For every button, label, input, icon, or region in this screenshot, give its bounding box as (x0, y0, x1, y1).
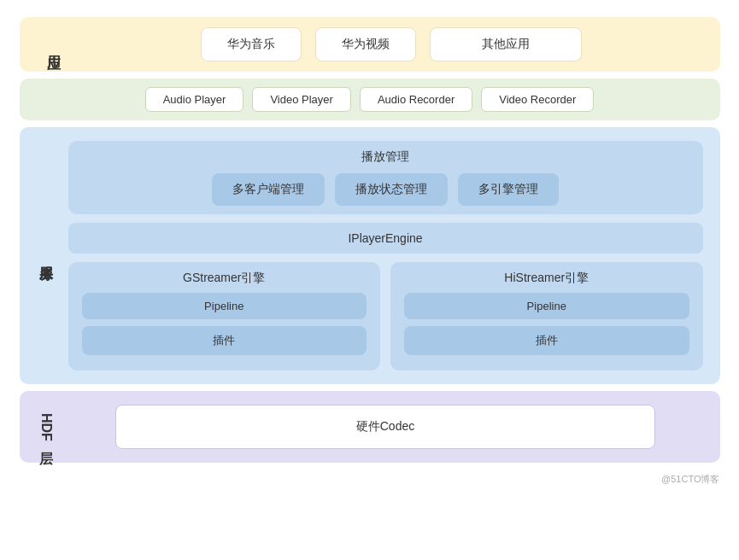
play-management: 播放管理 多客户端管理 播放状态管理 多引擎管理 (68, 141, 703, 214)
play-management-items: 多客户端管理 播放状态管理 多引擎管理 (82, 173, 689, 206)
service-content: 播放管理 多客户端管理 播放状态管理 多引擎管理 IPlayerEngine G… (68, 141, 703, 370)
gstreamer-engine: GStreamer引擎 Pipeline 插件 (68, 262, 381, 370)
api-video-player: Video Player (252, 87, 350, 112)
histreamer-title: HiStreamer引擎 (404, 271, 689, 286)
app-huawei-video: 华为视频 (315, 27, 416, 61)
gstreamer-pipeline: Pipeline (82, 293, 367, 319)
hdf-layer-label: HDF层 (37, 413, 55, 441)
histreamer-pipeline: Pipeline (404, 293, 689, 319)
engines-row: GStreamer引擎 Pipeline 插件 HiStreamer引擎 Pip… (68, 262, 703, 370)
hdf-layer: HDF层 硬件Codec (20, 391, 720, 463)
api-video-recorder: Video Recorder (481, 87, 594, 112)
iplayerengine: IPlayerEngine (68, 223, 703, 254)
multi-engine-mgmt: 多引擎管理 (458, 173, 559, 206)
histreamer-engine: HiStreamer引擎 Pipeline 插件 (390, 262, 703, 370)
api-layer: Audio Player Video Player Audio Recorder… (20, 79, 720, 120)
gstreamer-plugin: 插件 (82, 326, 367, 355)
play-management-title: 播放管理 (82, 149, 689, 165)
app-items: 华为音乐 华为视频 其他应用 (79, 27, 703, 61)
multi-client-mgmt: 多客户端管理 (212, 173, 325, 206)
watermark: @51CTO博客 (661, 473, 719, 486)
hardware-codec: 硬件Codec (115, 405, 655, 449)
gstreamer-title: GStreamer引擎 (82, 271, 367, 286)
api-audio-recorder: Audio Recorder (360, 87, 472, 112)
service-layer: 服务层 播放管理 多客户端管理 播放状态管理 多引擎管理 IPlayerEngi… (20, 127, 720, 384)
diagram-container: 应用 华为音乐 华为视频 其他应用 Audio Player Video Pla… (20, 17, 720, 486)
app-layer: 应用 华为音乐 华为视频 其他应用 (20, 17, 720, 72)
hdf-content: 硬件Codec (68, 405, 703, 449)
play-state-mgmt: 播放状态管理 (335, 173, 448, 206)
api-audio-player: Audio Player (145, 87, 244, 112)
app-huawei-music: 华为音乐 (201, 27, 302, 61)
histreamer-plugin: 插件 (404, 326, 689, 355)
app-other-apps: 其他应用 (430, 27, 582, 61)
